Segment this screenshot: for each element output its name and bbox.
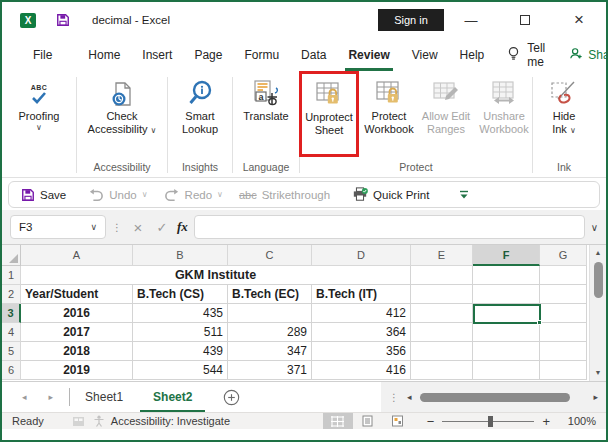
quick-print-button[interactable]: Quick Print (352, 187, 429, 202)
insert-function-button[interactable]: fx (177, 219, 188, 235)
column-header-a[interactable]: A (21, 245, 133, 266)
cell-e1[interactable] (411, 266, 473, 285)
zoom-slider[interactable] (442, 421, 534, 422)
cell-c3[interactable] (228, 304, 312, 323)
scroll-up-icon[interactable]: ▲ (595, 248, 602, 258)
cell-a6[interactable]: 2019 (21, 361, 133, 380)
cell-f6[interactable] (473, 361, 540, 380)
tab-review[interactable]: Review (337, 38, 400, 71)
cell-a5[interactable]: 2018 (21, 342, 133, 361)
scroll-down-icon[interactable]: ▼ (595, 368, 602, 378)
row-header-1[interactable]: 1 (2, 266, 21, 285)
cell-d3[interactable]: 412 (312, 304, 411, 323)
cell-c2[interactable]: B.Tech (EC) (228, 285, 312, 304)
cell-g3[interactable] (540, 304, 587, 323)
sign-in-button[interactable]: Sign in (378, 9, 444, 31)
zoom-level[interactable]: 100% (558, 415, 596, 427)
tab-data[interactable]: Data (290, 38, 337, 71)
zoom-out-icon[interactable]: − (427, 414, 435, 429)
cell-g1[interactable] (540, 266, 587, 285)
horizontal-scrollbar[interactable] (420, 393, 586, 402)
row-header-3-selected[interactable]: 3 (2, 304, 21, 323)
maximize-button[interactable] (498, 2, 552, 38)
cell-g4[interactable] (540, 323, 587, 342)
vertical-scroll-thumb[interactable] (594, 262, 603, 298)
tab-file[interactable]: File (22, 38, 63, 71)
tab-view[interactable]: View (401, 38, 449, 71)
scroll-right-icon[interactable]: ▸ (593, 392, 598, 402)
expand-formula-bar-icon[interactable]: ∨ (591, 223, 598, 232)
horizontal-scroll-thumb[interactable] (420, 393, 570, 402)
cell-e3[interactable] (411, 304, 473, 323)
cell-f5[interactable] (473, 342, 540, 361)
tab-home[interactable]: Home (77, 38, 131, 71)
cell-a3[interactable]: 2016 (21, 304, 133, 323)
cell-b5[interactable]: 439 (133, 342, 228, 361)
row-header-6[interactable]: 6 (2, 361, 21, 380)
cell-b3[interactable]: 435 (133, 304, 228, 323)
column-header-d[interactable]: D (312, 245, 411, 266)
cell-e6[interactable] (411, 361, 473, 380)
accessibility-status[interactable]: Accessibility: Investigate (111, 415, 230, 427)
drag-dots-icon[interactable]: ⋮ (112, 222, 123, 233)
cancel-icon[interactable]: × (129, 219, 147, 236)
row-header-4[interactable]: 4 (2, 323, 21, 342)
cell-g2[interactable] (540, 285, 587, 304)
minimize-button[interactable]: — (444, 2, 498, 38)
normal-view-button[interactable] (323, 413, 353, 429)
cell-a1-merged-title[interactable]: GKM Institute (21, 266, 411, 285)
cell-b2[interactable]: B.Tech (CS) (133, 285, 228, 304)
cell-c4[interactable]: 289 (228, 323, 312, 342)
cell-g6[interactable] (540, 361, 587, 380)
zoom-slider-thumb[interactable] (488, 416, 493, 427)
splitter-dots-icon[interactable]: ⋮ (389, 392, 399, 403)
column-header-c[interactable]: C (228, 245, 312, 266)
close-button[interactable]: × (552, 2, 606, 38)
tab-help[interactable]: Help (449, 38, 496, 71)
cell-f4[interactable] (473, 323, 540, 342)
accessibility-person-icon[interactable] (93, 415, 105, 427)
fill-handle[interactable] (537, 320, 542, 325)
select-all-corner[interactable] (2, 245, 21, 266)
cell-d4[interactable]: 364 (312, 323, 411, 342)
customize-toolbar-button[interactable] (459, 190, 469, 199)
proofing-button[interactable]: ABC Proofing ∨ (19, 73, 60, 132)
hide-ink-button[interactable]: Hide Ink ∨ (549, 73, 579, 136)
sheet-nav-left-icon[interactable]: ◂ (22, 392, 27, 402)
cell-d5[interactable]: 356 (312, 342, 411, 361)
cell-d2[interactable]: B.Tech (IT) (312, 285, 411, 304)
autosave-save-icon[interactable] (56, 13, 70, 27)
enter-check-icon[interactable]: ✓ (153, 220, 171, 235)
save-button[interactable]: Save (21, 188, 66, 202)
check-accessibility-button[interactable]: Check Accessibility ∨ (88, 73, 157, 136)
cell-a4[interactable]: 2017 (21, 323, 133, 342)
cell-b4[interactable]: 511 (133, 323, 228, 342)
sheet-nav-right-icon[interactable]: ▸ (49, 392, 54, 402)
tab-formulas[interactable]: Formu (233, 38, 290, 71)
cell-b6[interactable]: 544 (133, 361, 228, 380)
cell-d6[interactable]: 416 (312, 361, 411, 380)
tab-insert[interactable]: Insert (131, 38, 183, 71)
row-header-5[interactable]: 5 (2, 342, 21, 361)
zoom-in-icon[interactable]: + (542, 414, 550, 429)
protect-workbook-button[interactable]: Protect Workbook (360, 73, 418, 157)
cell-e4[interactable] (411, 323, 473, 342)
column-header-b[interactable]: B (133, 245, 228, 266)
cell-c5[interactable]: 347 (228, 342, 312, 361)
cell-e5[interactable] (411, 342, 473, 361)
tab-page-layout[interactable]: Page (183, 38, 233, 71)
macro-record-icon[interactable] (72, 416, 85, 427)
tell-me-search[interactable]: Tell me (495, 41, 557, 69)
name-box[interactable]: F3 ∨ (10, 215, 106, 239)
cell-g5[interactable] (540, 342, 587, 361)
cell-f2[interactable] (473, 285, 540, 304)
page-layout-view-button[interactable] (353, 413, 383, 429)
cell-e2[interactable] (411, 285, 473, 304)
sheet-tab-sheet2-active[interactable]: Sheet2 (138, 382, 207, 412)
scroll-left-icon[interactable]: ◂ (407, 392, 412, 402)
cell-f1[interactable] (473, 266, 540, 285)
unprotect-sheet-button[interactable]: Unprotect Sheet (303, 74, 355, 137)
smart-lookup-button[interactable]: Smart Lookup (182, 73, 218, 136)
column-header-g[interactable]: G (540, 245, 587, 266)
cell-a2[interactable]: Year/Student (21, 285, 133, 304)
